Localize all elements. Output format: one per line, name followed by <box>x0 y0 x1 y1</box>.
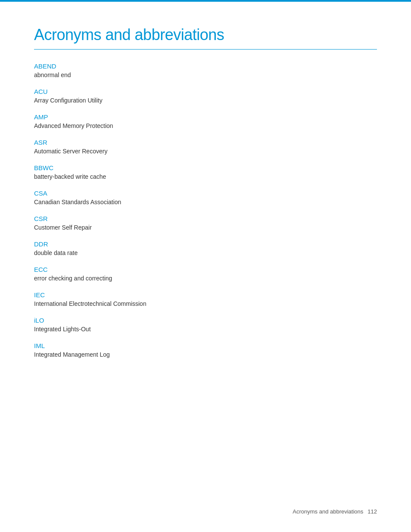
footer-page-number: 112 <box>367 508 377 515</box>
acronym-definition: Integrated Lights-Out <box>34 326 377 333</box>
acronym-term: IML <box>34 342 377 349</box>
acronym-entry: ABENDabnormal end <box>34 62 377 78</box>
acronym-definition: Automatic Server Recovery <box>34 148 377 155</box>
page-title: Acronyms and abbreviations <box>34 26 377 50</box>
acronym-term: ECC <box>34 266 377 273</box>
acronyms-list: ABENDabnormal endACUArray Configuration … <box>34 62 377 358</box>
acronym-definition: error checking and correcting <box>34 275 377 282</box>
acronym-entry: BBWCbattery-backed write cache <box>34 164 377 180</box>
acronym-entry: ACUArray Configuration Utility <box>34 88 377 104</box>
acronym-term: ACU <box>34 88 377 95</box>
acronym-term: ABEND <box>34 62 377 70</box>
acronym-definition: abnormal end <box>34 72 377 78</box>
acronym-entry: IECInternational Electrotechnical Commis… <box>34 291 377 307</box>
acronym-definition: Advanced Memory Protection <box>34 122 377 129</box>
acronym-entry: DDRdouble data rate <box>34 240 377 256</box>
acronym-entry: ASRAutomatic Server Recovery <box>34 139 377 155</box>
acronym-term: ASR <box>34 139 377 146</box>
acronym-entry: AMPAdvanced Memory Protection <box>34 113 377 129</box>
footer-label: Acronyms and abbreviations <box>293 508 363 515</box>
acronym-entry: IMLIntegrated Management Log <box>34 342 377 358</box>
acronym-term: IEC <box>34 291 377 299</box>
acronym-definition: International Electrotechnical Commissio… <box>34 300 377 307</box>
acronym-definition: Array Configuration Utility <box>34 97 377 104</box>
acronym-entry: CSACanadian Standards Association <box>34 190 377 205</box>
acronym-definition: double data rate <box>34 249 377 256</box>
acronym-definition: battery-backed write cache <box>34 173 377 180</box>
acronym-term: CSR <box>34 215 377 222</box>
acronym-entry: ECCerror checking and correcting <box>34 266 377 282</box>
acronym-definition: Canadian Standards Association <box>34 199 377 205</box>
acronym-term: iLO <box>34 317 377 324</box>
top-border-decoration <box>0 0 411 2</box>
page-container: Acronyms and abbreviations ABENDabnormal… <box>0 0 411 532</box>
acronym-term: BBWC <box>34 164 377 171</box>
acronym-definition: Integrated Management Log <box>34 351 377 358</box>
content-area: Acronyms and abbreviations ABENDabnormal… <box>0 0 411 402</box>
acronym-definition: Customer Self Repair <box>34 224 377 231</box>
page-footer: Acronyms and abbreviations 112 <box>293 508 377 515</box>
acronym-entry: iLOIntegrated Lights-Out <box>34 317 377 333</box>
acronym-term: DDR <box>34 240 377 248</box>
acronym-entry: CSRCustomer Self Repair <box>34 215 377 231</box>
acronym-term: CSA <box>34 190 377 197</box>
acronym-term: AMP <box>34 113 377 121</box>
